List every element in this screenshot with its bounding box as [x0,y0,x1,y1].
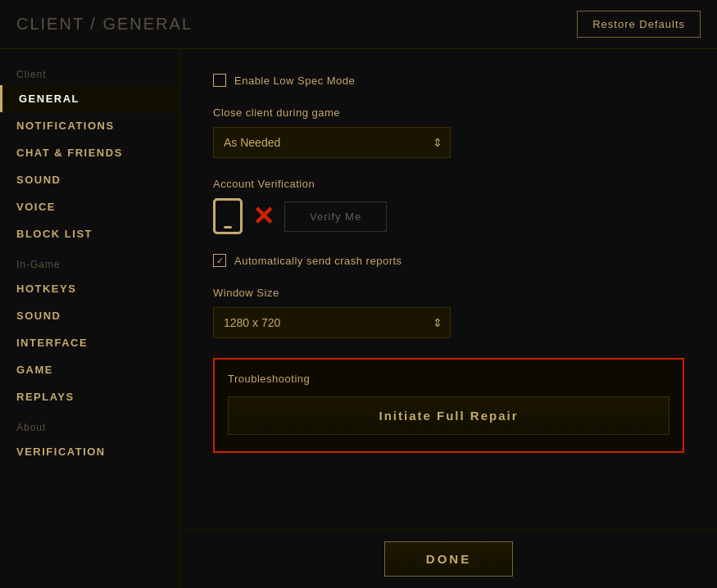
account-verification-label: Account Verification [213,178,684,190]
window-size-label: Window Size [213,287,684,299]
close-client-select[interactable]: As Needed Always Never [213,127,451,158]
auto-crash-label: Automatically send crash reports [234,255,402,267]
sidebar-item-sound-ingame[interactable]: SOUND [0,302,179,329]
sidebar-section-client: Client [0,57,179,85]
sidebar-item-chat-friends[interactable]: CHAT & FRIENDS [0,139,179,166]
title-client: CLIENT [16,15,84,33]
title-general: GENERAL [102,15,193,33]
sidebar-item-notifications[interactable]: NOTIFICATIONS [0,112,179,139]
main-content: Enable Low Spec Mode Close client during… [180,49,717,588]
done-bar: DONE [180,529,717,588]
close-client-select-wrapper: As Needed Always Never ⇕ [213,127,451,158]
initiate-repair-button[interactable]: Initiate Full Repair [228,396,669,435]
sidebar: Client GENERAL NOTIFICATIONS CHAT & FRIE… [0,49,180,588]
auto-crash-row: Automatically send crash reports [213,254,684,267]
auto-crash-checkbox[interactable] [213,254,226,267]
window-size-row: Window Size 1280 x 720 1600 x 900 1920 x… [213,287,684,338]
sidebar-item-verification[interactable]: VERIFICATION [0,438,179,465]
account-verification-row: Account Verification ✕ Verify Me [213,178,684,234]
sidebar-item-game[interactable]: GAME [0,356,179,383]
done-button[interactable]: DONE [384,541,513,577]
sidebar-section-ingame: In-Game [0,247,179,275]
x-mark-icon: ✕ [252,203,275,229]
close-client-row: Close client during game As Needed Alway… [213,106,684,158]
sidebar-item-replays[interactable]: REPLAYS [0,383,179,410]
window-size-select-wrapper: 1280 x 720 1600 x 900 1920 x 1080 ⇕ [213,307,451,338]
page-title: CLIENT / GENERAL [16,15,193,34]
sidebar-item-interface[interactable]: INTERFACE [0,329,179,356]
sidebar-item-sound[interactable]: SOUND [0,166,179,193]
troubleshooting-box: Troubleshooting Initiate Full Repair [213,358,684,453]
restore-defaults-button[interactable]: Restore Defaults [577,11,701,38]
sidebar-item-block-list[interactable]: BLOCK LIST [0,220,179,247]
sidebar-item-hotkeys[interactable]: HOTKEYS [0,275,179,302]
sidebar-item-general[interactable]: GENERAL [0,85,179,112]
account-verification-controls: ✕ Verify Me [213,198,684,234]
close-client-label: Close client during game [213,106,684,119]
sidebar-item-voice[interactable]: VOICE [0,193,179,220]
low-spec-row: Enable Low Spec Mode [213,74,684,87]
verify-me-button[interactable]: Verify Me [284,201,387,232]
sidebar-section-about: About [0,410,179,438]
header: CLIENT / GENERAL Restore Defaults [0,0,717,49]
low-spec-checkbox[interactable] [213,74,226,87]
phone-icon [213,198,243,234]
layout: Client GENERAL NOTIFICATIONS CHAT & FRIE… [0,49,717,588]
low-spec-label: Enable Low Spec Mode [234,75,355,87]
window-size-select[interactable]: 1280 x 720 1600 x 900 1920 x 1080 [213,307,451,338]
troubleshooting-label: Troubleshooting [228,373,669,385]
